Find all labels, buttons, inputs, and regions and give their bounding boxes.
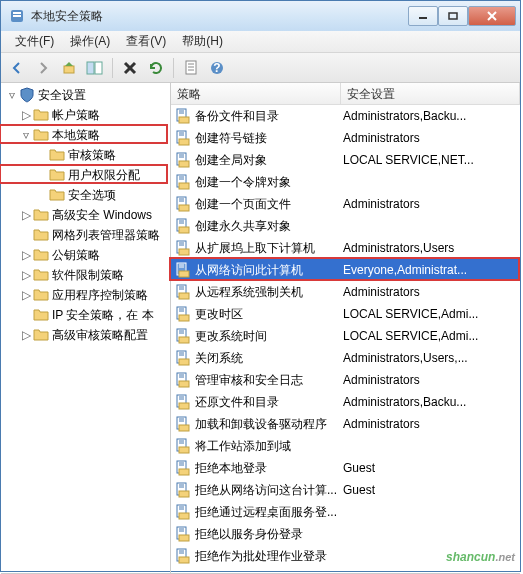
tree-item[interactable]: ▷软件限制策略 <box>1 265 170 285</box>
policy-setting: Everyone,Administrat... <box>341 263 520 277</box>
back-button[interactable] <box>5 56 29 80</box>
list-row[interactable]: 还原文件和目录Administrators,Backu... <box>171 391 520 413</box>
svg-rect-47 <box>179 271 189 277</box>
close-button[interactable] <box>468 6 516 26</box>
policy-setting: Administrators <box>341 417 520 431</box>
list-row[interactable]: 拒绝通过远程桌面服务登... <box>171 501 520 523</box>
refresh-button[interactable] <box>144 56 168 80</box>
list-row[interactable]: 从远程系统强制关机Administrators <box>171 281 520 303</box>
tree-label: 用户权限分配 <box>68 167 140 184</box>
policy-setting: LOCAL SERVICE,Admi... <box>341 329 520 343</box>
list-row[interactable]: 关闭系统Administrators,Users,... <box>171 347 520 369</box>
minimize-button[interactable] <box>408 6 438 26</box>
delete-button[interactable] <box>118 56 142 80</box>
list-row[interactable]: 更改时区LOCAL SERVICE,Admi... <box>171 303 520 325</box>
up-button[interactable] <box>57 56 81 80</box>
policy-setting: Administrators,Backu... <box>341 395 520 409</box>
twist-icon[interactable]: ▷ <box>19 268 33 282</box>
maximize-button[interactable] <box>438 6 468 26</box>
policy-icon <box>175 460 191 476</box>
twist-icon[interactable]: ▷ <box>19 108 33 122</box>
menu-action[interactable]: 操作(A) <box>62 31 118 52</box>
policy-name: 创建符号链接 <box>195 130 267 147</box>
list-row[interactable]: 从网络访问此计算机Everyone,Administrat... <box>171 259 520 281</box>
list-row[interactable]: 创建符号链接Administrators <box>171 127 520 149</box>
menu-view[interactable]: 查看(V) <box>118 31 174 52</box>
tree-pane[interactable]: ▿ 安全设置 ▷帐户策略▿本地策略审核策略用户权限分配安全选项▷高级安全 Win… <box>1 83 171 573</box>
list-row[interactable]: 拒绝从网络访问这台计算...Guest <box>171 479 520 501</box>
twist-icon[interactable]: ▷ <box>19 288 33 302</box>
list-row[interactable]: 将工作站添加到域 <box>171 435 520 457</box>
policy-name: 管理审核和安全日志 <box>195 372 303 389</box>
policy-setting: Administrators,Users <box>341 241 520 255</box>
policy-icon <box>175 196 191 212</box>
forward-button[interactable] <box>31 56 55 80</box>
tree-item[interactable]: ▷应用程序控制策略 <box>1 285 170 305</box>
svg-rect-99 <box>179 557 189 563</box>
policy-name: 创建一个页面文件 <box>195 196 291 213</box>
menu-help[interactable]: 帮助(H) <box>174 31 231 52</box>
tree-item[interactable]: 审核策略 <box>1 145 170 165</box>
list-pane[interactable]: 策略 安全设置 备份文件和目录Administrators,Backu...创建… <box>171 83 520 573</box>
svg-rect-8 <box>87 62 94 74</box>
tree-item[interactable]: ▷公钥策略 <box>1 245 170 265</box>
policy-icon <box>175 108 191 124</box>
watermark: shancun.net <box>446 545 515 566</box>
policy-setting: Administrators <box>341 285 520 299</box>
tree-item[interactable]: ▿本地策略 <box>1 125 170 145</box>
svg-text:?: ? <box>213 61 220 75</box>
tree-root[interactable]: ▿ 安全设置 <box>1 85 170 105</box>
policy-name: 从扩展坞上取下计算机 <box>195 240 315 257</box>
policy-setting: LOCAL SERVICE,Admi... <box>341 307 520 321</box>
list-row[interactable]: 拒绝以服务身份登录 <box>171 523 520 545</box>
policy-icon <box>175 416 191 432</box>
security-icon <box>19 87 35 103</box>
svg-rect-83 <box>179 469 189 475</box>
properties-button[interactable] <box>179 56 203 80</box>
svg-rect-31 <box>179 183 189 189</box>
tree-item[interactable]: ▷高级安全 Windows <box>1 205 170 225</box>
twist-icon[interactable]: ▿ <box>19 128 33 142</box>
twist-icon[interactable]: ▷ <box>19 208 33 222</box>
tree-item[interactable]: IP 安全策略，在 本 <box>1 305 170 325</box>
twist-icon[interactable]: ▷ <box>19 248 33 262</box>
policy-name: 更改时区 <box>195 306 243 323</box>
titlebar: 本地安全策略 <box>1 1 520 31</box>
column-setting[interactable]: 安全设置 <box>341 83 520 104</box>
list-row[interactable]: 管理审核和安全日志Administrators <box>171 369 520 391</box>
list-row[interactable]: 创建全局对象LOCAL SERVICE,NET... <box>171 149 520 171</box>
policy-name: 从网络访问此计算机 <box>195 262 303 279</box>
list-row[interactable]: 创建一个页面文件Administrators <box>171 193 520 215</box>
policy-icon <box>175 328 191 344</box>
svg-rect-7 <box>64 66 74 73</box>
tree-item[interactable]: ▷高级审核策略配置 <box>1 325 170 345</box>
watermark-text: shancun <box>446 550 495 564</box>
policy-name: 从远程系统强制关机 <box>195 284 303 301</box>
toolbar-separator <box>173 58 174 78</box>
tree-item[interactable]: 安全选项 <box>1 185 170 205</box>
svg-rect-19 <box>179 117 189 123</box>
menu-file[interactable]: 文件(F) <box>7 31 62 52</box>
policy-setting: Administrators,Backu... <box>341 109 520 123</box>
policy-name: 创建一个令牌对象 <box>195 174 291 191</box>
tree-label: IP 安全策略，在 本 <box>52 307 154 324</box>
tree-toggle-button[interactable] <box>83 56 107 80</box>
policy-setting: Guest <box>341 461 520 475</box>
list-row[interactable]: 拒绝本地登录Guest <box>171 457 520 479</box>
twist-icon[interactable]: ▷ <box>19 328 33 342</box>
twist-icon[interactable]: ▿ <box>5 88 19 102</box>
tree-item[interactable]: ▷帐户策略 <box>1 105 170 125</box>
policy-setting: Administrators <box>341 131 520 145</box>
list-row[interactable]: 备份文件和目录Administrators,Backu... <box>171 105 520 127</box>
tree-item[interactable]: 网格列表管理器策略 <box>1 225 170 245</box>
column-policy[interactable]: 策略 <box>171 83 341 104</box>
list-row[interactable]: 从扩展坞上取下计算机Administrators,Users <box>171 237 520 259</box>
tree-item[interactable]: 用户权限分配 <box>1 165 170 185</box>
list-row[interactable]: 创建一个令牌对象 <box>171 171 520 193</box>
list-row[interactable]: 更改系统时间LOCAL SERVICE,Admi... <box>171 325 520 347</box>
help-button[interactable]: ? <box>205 56 229 80</box>
policy-icon <box>175 174 191 190</box>
policy-name: 更改系统时间 <box>195 328 267 345</box>
list-row[interactable]: 加载和卸载设备驱动程序Administrators <box>171 413 520 435</box>
list-row[interactable]: 创建永久共享对象 <box>171 215 520 237</box>
